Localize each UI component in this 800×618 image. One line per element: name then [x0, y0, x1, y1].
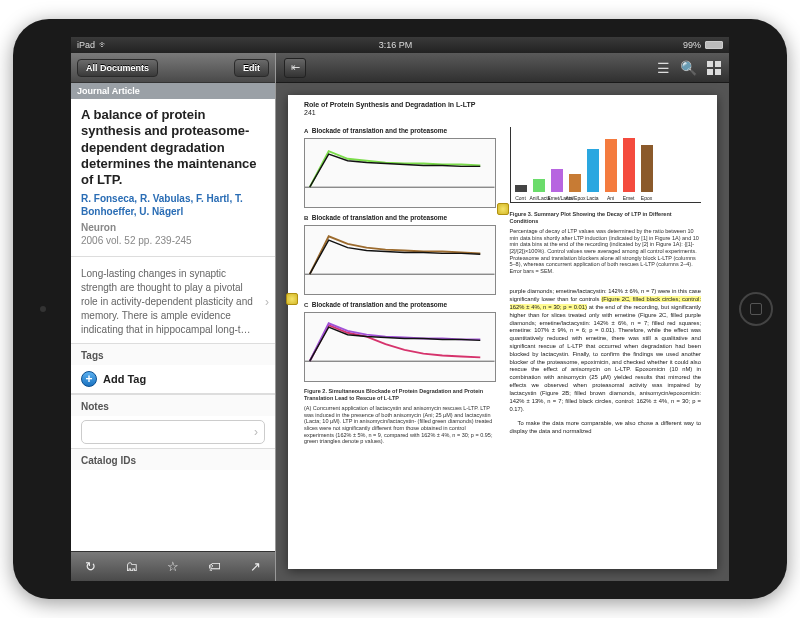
notes-row[interactable]: › — [81, 420, 265, 444]
bar-emet — [623, 138, 635, 192]
chevron-right-icon: › — [265, 294, 269, 311]
body-text: purple diamonds; emetine/lactacystin: 14… — [510, 288, 702, 413]
plus-icon: + — [81, 371, 97, 387]
annotation-badge[interactable] — [286, 293, 298, 305]
carrier-label: iPad — [77, 40, 95, 50]
sidebar: All Documents Edit Journal Article A bal… — [71, 53, 276, 581]
notes-header: Notes — [71, 394, 275, 416]
right-column: ContAni/LactaEmet/LactaAni/EpoxLactaAniE… — [510, 127, 702, 555]
page-number: 241 — [304, 109, 316, 116]
category-tag: Journal Article — [71, 83, 275, 99]
annotation-badge[interactable] — [497, 203, 509, 215]
main-pane: ⇤ ☰ 🔍 Role of Protein Synthesis and Degr… — [276, 53, 729, 581]
bar-epox — [641, 145, 653, 192]
add-tag-button[interactable]: + Add Tag — [71, 365, 275, 394]
wifi-icon: ᯤ — [99, 40, 108, 50]
bar-ani — [605, 139, 617, 192]
bar-aniepox — [569, 174, 581, 192]
document-viewport[interactable]: Role of Protein Synthesis and Degradatio… — [276, 83, 729, 581]
battery-icon — [705, 41, 723, 49]
pdf-page: Role of Protein Synthesis and Degradatio… — [288, 95, 717, 569]
tag-icon[interactable]: 🏷 — [208, 559, 221, 574]
screen: iPad ᯤ 3:16 PM 99% All Documents Edit Jo… — [71, 37, 729, 581]
chevron-right-icon: › — [254, 425, 258, 439]
all-documents-button[interactable]: All Documents — [77, 59, 158, 77]
edit-button[interactable]: Edit — [234, 59, 269, 77]
folder-icon[interactable]: 🗂 — [125, 559, 138, 574]
status-bar: iPad ᯤ 3:16 PM 99% — [71, 37, 729, 53]
star-icon[interactable]: ☆ — [167, 559, 179, 574]
refresh-icon[interactable]: ↻ — [85, 559, 96, 574]
share-icon[interactable]: ↗ — [250, 559, 261, 574]
article-authors[interactable]: R. Fonseca, R. Vabulas, F. Hartl, T. Bon… — [71, 192, 275, 222]
bar-cont — [515, 185, 527, 192]
sidebar-footer: ↻ 🗂 ☆ 🏷 ↗ — [71, 551, 275, 581]
bar-emetlacta — [551, 169, 563, 192]
journal-name: Neuron — [71, 222, 275, 235]
figure-2c — [304, 312, 496, 382]
main-toolbar: ⇤ ☰ 🔍 — [276, 53, 729, 83]
article-title: A balance of protein synthesis and prote… — [71, 99, 275, 192]
bar-lacta — [587, 149, 599, 192]
abstract-preview[interactable]: Long-lasting changes in synaptic strengt… — [71, 261, 275, 343]
sidebar-toolbar: All Documents Edit — [71, 53, 275, 83]
back-button[interactable]: ⇤ — [284, 58, 306, 78]
running-head: Role of Protein Synthesis and Degradatio… — [304, 101, 475, 108]
bar-anilacta — [533, 179, 545, 192]
figure-2a — [304, 138, 496, 208]
left-column: A Blockade of translation and the protea… — [304, 127, 496, 555]
citation-meta: 2006 vol. 52 pp. 239-245 — [71, 235, 275, 252]
clock: 3:16 PM — [379, 40, 413, 50]
search-icon[interactable]: 🔍 — [680, 60, 697, 76]
figure-3-barchart: ContAni/LactaEmet/LactaAni/EpoxLactaAniE… — [510, 127, 702, 203]
figure-2b — [304, 225, 496, 295]
catalog-header: Catalog IDs — [71, 448, 275, 470]
battery-label: 99% — [683, 40, 701, 50]
ipad-frame: iPad ᯤ 3:16 PM 99% All Documents Edit Jo… — [13, 19, 787, 599]
tags-header: Tags — [71, 343, 275, 365]
list-icon[interactable]: ☰ — [657, 60, 670, 76]
camera-dot — [40, 306, 46, 312]
home-button[interactable] — [739, 292, 773, 326]
grid-icon[interactable] — [707, 61, 721, 75]
